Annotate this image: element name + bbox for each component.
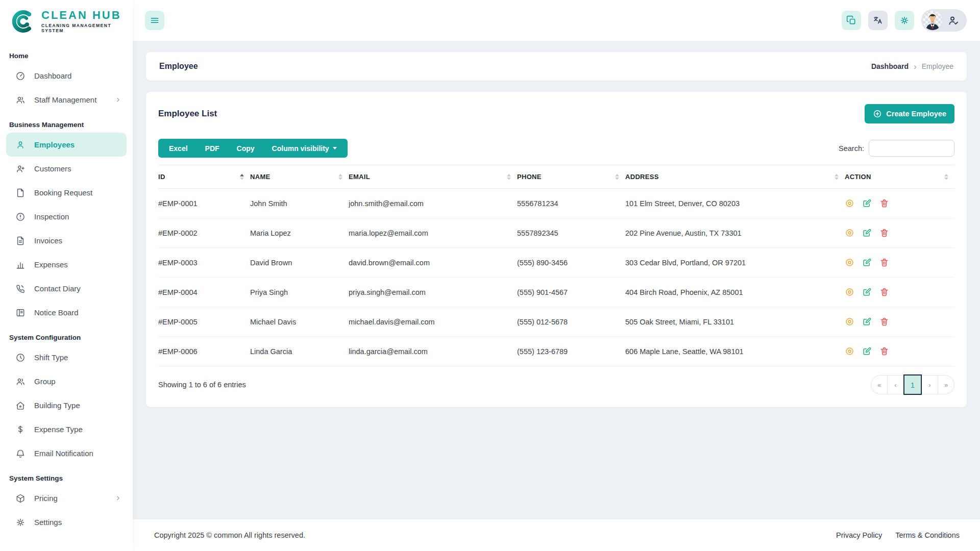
breadcrumb-dashboard-link[interactable]: Dashboard <box>871 62 909 70</box>
bell-icon <box>15 448 26 459</box>
sidebar-item-staff-management[interactable]: Staff Management <box>6 88 127 112</box>
cell-name: John Smith <box>250 189 349 218</box>
view-button[interactable] <box>845 317 854 327</box>
entries-info: Showing 1 to 6 of 6 entries <box>158 381 246 389</box>
user-menu[interactable] <box>921 9 967 32</box>
terms-conditions-link[interactable]: Terms & Conditions <box>895 531 960 539</box>
sidebar-item-customers[interactable]: Customers <box>6 157 127 181</box>
column-visibility-dropdown[interactable]: Column visibility <box>263 139 346 158</box>
cell-phone: (555) 012-5678 <box>517 307 625 337</box>
copy-export-button[interactable]: Copy <box>228 139 263 158</box>
cell-name: Priya Singh <box>250 278 349 307</box>
sidebar-item-booking-request[interactable]: Booking Request <box>6 181 127 205</box>
gear-icon <box>899 15 910 26</box>
search-input[interactable] <box>869 140 954 157</box>
create-employee-button[interactable]: Create Employee <box>865 104 954 123</box>
delete-button[interactable] <box>879 317 889 327</box>
delete-button[interactable] <box>879 228 889 238</box>
cell-address: 202 Pine Avenue, Austin, TX 73301 <box>625 218 845 248</box>
pagination-first[interactable]: « <box>871 375 888 394</box>
sidebar-item-expenses[interactable]: Expenses <box>6 253 127 277</box>
edit-button[interactable] <box>862 346 872 356</box>
sidebar-item-label: Invoices <box>34 236 62 245</box>
edit-button[interactable] <box>862 228 872 238</box>
sidebar: CLEAN HUB CLEANING MANAGEMENT SYSTEM Hom… <box>0 0 133 551</box>
pagination-prev[interactable]: ‹ <box>887 375 904 394</box>
delete-button[interactable] <box>879 287 889 297</box>
edit-icon <box>862 287 872 297</box>
users-icon <box>15 95 26 105</box>
breadcrumb: Dashboard › Employee <box>871 62 953 71</box>
cell-name: Linda Garcia <box>250 337 349 366</box>
sidebar-item-notice-board[interactable]: Notice Board <box>6 300 127 324</box>
sidebar-section-home: Home <box>0 43 133 64</box>
brand-logo-icon <box>10 8 37 35</box>
sidebar-item-label: Customers <box>34 164 71 173</box>
cell-name: David Brown <box>250 248 349 278</box>
pdf-export-button[interactable]: PDF <box>197 139 228 158</box>
sidebar-item-shift-type[interactable]: Shift Type <box>6 345 127 369</box>
avatar <box>923 11 942 30</box>
sort-icon <box>507 173 511 180</box>
edit-button[interactable] <box>862 258 872 267</box>
column-header-id[interactable]: ID <box>158 165 250 189</box>
sidebar-item-group[interactable]: Group <box>6 369 127 393</box>
cell-id: #EMP-0005 <box>158 307 250 337</box>
column-header-address[interactable]: ADDRESS <box>625 165 845 189</box>
cell-phone: 5557892345 <box>517 218 625 248</box>
view-button[interactable] <box>845 346 854 356</box>
sidebar-item-building-type[interactable]: Building Type <box>6 393 127 417</box>
eye-icon <box>845 317 854 327</box>
column-header-phone[interactable]: PHONE <box>517 165 625 189</box>
view-button[interactable] <box>845 198 854 208</box>
sidebar-item-pricing[interactable]: Pricing <box>6 486 127 510</box>
page-content: Employee Dashboard › Employee Employee L… <box>133 41 980 519</box>
sidebar-item-inspection[interactable]: Inspection <box>6 205 127 229</box>
breadcrumb-card: Employee Dashboard › Employee <box>146 52 967 81</box>
sidebar-item-dashboard[interactable]: Dashboard <box>6 64 127 88</box>
table-row: #EMP-0004 Priya Singh priya.singh@email.… <box>158 278 954 307</box>
column-header-email[interactable]: EMAIL <box>349 165 517 189</box>
cell-id: #EMP-0001 <box>158 189 250 218</box>
cell-email: michael.davis@email.com <box>349 307 517 337</box>
edit-button[interactable] <box>862 287 872 297</box>
sidebar-item-contact-diary[interactable]: Contact Diary <box>6 277 127 300</box>
view-button[interactable] <box>845 287 854 297</box>
sidebar-item-expense-type[interactable]: Expense Type <box>6 417 127 441</box>
view-button[interactable] <box>845 258 854 267</box>
sidebar-item-invoices[interactable]: Invoices <box>6 229 127 253</box>
settings-button[interactable] <box>895 11 914 30</box>
view-button[interactable] <box>845 228 854 238</box>
brand-logo[interactable]: CLEAN HUB CLEANING MANAGEMENT SYSTEM <box>0 0 133 43</box>
sidebar-toggle-button[interactable] <box>145 11 164 30</box>
privacy-policy-link[interactable]: Privacy Policy <box>836 531 882 539</box>
sort-icon <box>615 173 619 180</box>
column-header-action[interactable]: ACTION <box>845 165 954 189</box>
cell-address: 303 Cedar Blvd, Portland, OR 97201 <box>625 248 845 278</box>
excel-export-button[interactable]: Excel <box>160 139 197 158</box>
sidebar-item-employees[interactable]: Employees <box>6 133 127 157</box>
pagination-last[interactable]: » <box>938 375 954 394</box>
pagination-page-1[interactable]: 1 <box>903 374 922 395</box>
cell-address: 101 Elm Street, Denver, CO 80203 <box>625 189 845 218</box>
main-area: Employee Dashboard › Employee Employee L… <box>133 0 980 551</box>
sidebar-section-system-settings: System Settings <box>0 465 133 486</box>
delete-button[interactable] <box>879 346 889 356</box>
sidebar-item-settings[interactable]: Settings <box>6 510 127 534</box>
table-row: #EMP-0006 Linda Garcia linda.garcia@emai… <box>158 337 954 366</box>
brand-name: CLEAN HUB <box>41 10 133 21</box>
sidebar-section-system-configuration: System Configuration <box>0 324 133 345</box>
sidebar-section-business-management: Business Management <box>0 112 133 133</box>
sort-icon <box>835 173 839 180</box>
edit-button[interactable] <box>862 317 872 327</box>
sidebar-item-email-notification[interactable]: Email Notification <box>6 441 127 465</box>
delete-button[interactable] <box>879 198 889 208</box>
file-text-icon <box>15 236 26 246</box>
delete-button[interactable] <box>879 258 889 267</box>
language-button[interactable] <box>868 11 888 30</box>
column-header-name[interactable]: NAME <box>250 165 349 189</box>
pagination-next[interactable]: › <box>921 375 938 394</box>
edit-button[interactable] <box>862 198 872 208</box>
eye-icon <box>845 346 854 356</box>
clipboard-copy-button[interactable] <box>842 11 861 30</box>
